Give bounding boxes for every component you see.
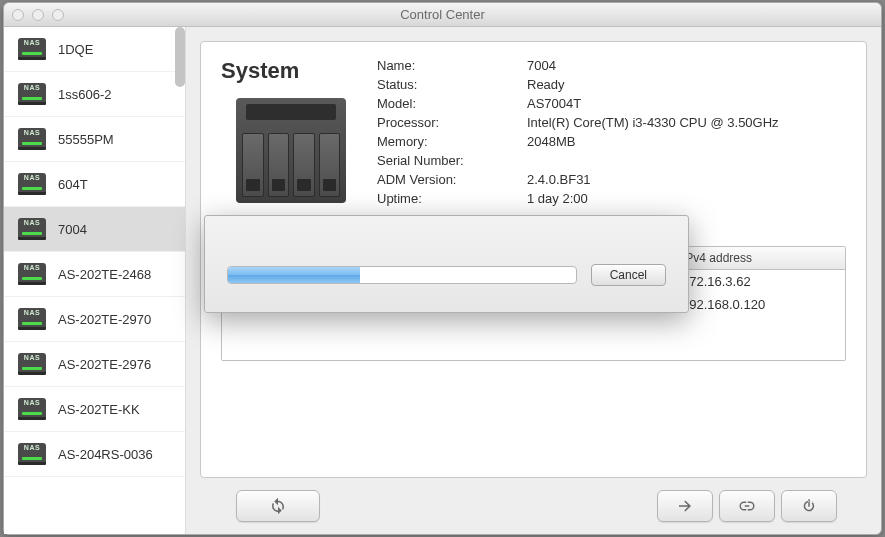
arrow-right-icon (676, 497, 694, 515)
sidebar-item-label: AS-202TE-KK (58, 402, 140, 417)
nas-icon (18, 218, 46, 240)
window-controls (12, 9, 64, 21)
system-heading: System (221, 58, 361, 84)
value-model: AS7004T (527, 96, 846, 111)
label-name: Name: (377, 58, 527, 73)
sidebar-item-label: AS-202TE-2468 (58, 267, 151, 282)
sidebar-item-label: 604T (58, 177, 88, 192)
sidebar-item-as-202te-2970[interactable]: AS-202TE-2970 (4, 297, 185, 342)
cell-ip: 192.168.0.120 (672, 293, 845, 316)
label-adm: ADM Version: (377, 172, 527, 187)
sidebar-item-label: AS-202TE-2970 (58, 312, 151, 327)
sidebar-item-label: AS-202TE-2976 (58, 357, 151, 372)
sidebar-scrollbar[interactable] (175, 27, 185, 87)
app-window: Control Center 1DQE 1ss606-2 55555PM 604… (3, 2, 882, 535)
cancel-button[interactable]: Cancel (591, 264, 666, 286)
sidebar-item-as-202te-2976[interactable]: AS-202TE-2976 (4, 342, 185, 387)
value-memory: 2048MB (527, 134, 846, 149)
sidebar-item-7004[interactable]: 7004 (4, 207, 185, 252)
sidebar-item-as-204rs-0036[interactable]: AS-204RS-0036 (4, 432, 185, 477)
refresh-icon (269, 497, 287, 515)
value-status: Ready (527, 77, 846, 92)
sidebar-item-604t[interactable]: 604T (4, 162, 185, 207)
refresh-button[interactable] (236, 490, 320, 522)
label-serial: Serial Number: (377, 153, 527, 168)
link-icon (738, 497, 756, 515)
sidebar: 1DQE 1ss606-2 55555PM 604T 7004 AS-202TE… (4, 27, 186, 534)
sidebar-item-label: 1DQE (58, 42, 93, 57)
connect-button[interactable] (657, 490, 713, 522)
progress-dialog: Cancel (204, 215, 689, 313)
col-header-ip[interactable]: IPv4 address (672, 247, 845, 269)
footer-toolbar (200, 478, 867, 534)
titlebar: Control Center (4, 3, 881, 27)
sidebar-item-1dqe[interactable]: 1DQE (4, 27, 185, 72)
nas-icon (18, 263, 46, 285)
product-image (221, 92, 361, 203)
sidebar-item-label: 1ss606-2 (58, 87, 111, 102)
nas-icon (18, 353, 46, 375)
label-processor: Processor: (377, 115, 527, 130)
label-memory: Memory: (377, 134, 527, 149)
value-processor: Intel(R) Core(TM) i3-4330 CPU @ 3.50GHz (527, 115, 846, 130)
nas-icon (18, 173, 46, 195)
nas-icon (18, 443, 46, 465)
sidebar-item-1ss606-2[interactable]: 1ss606-2 (4, 72, 185, 117)
zoom-window[interactable] (52, 9, 64, 21)
sidebar-item-as-202te-kk[interactable]: AS-202TE-KK (4, 387, 185, 432)
nas-icon (18, 38, 46, 60)
power-button[interactable] (781, 490, 837, 522)
value-adm: 2.4.0.BF31 (527, 172, 846, 187)
nas-icon (18, 398, 46, 420)
nas-icon (18, 83, 46, 105)
sidebar-item-label: 55555PM (58, 132, 114, 147)
value-uptime: 1 day 2:00 (527, 191, 846, 206)
label-status: Status: (377, 77, 527, 92)
label-uptime: Uptime: (377, 191, 527, 206)
sidebar-item-label: AS-204RS-0036 (58, 447, 153, 462)
label-model: Model: (377, 96, 527, 111)
close-window[interactable] (12, 9, 24, 21)
minimize-window[interactable] (32, 9, 44, 21)
sidebar-item-as-202te-2468[interactable]: AS-202TE-2468 (4, 252, 185, 297)
value-serial (527, 153, 846, 168)
power-icon (800, 497, 818, 515)
window-title: Control Center (4, 7, 881, 22)
progress-fill (228, 267, 360, 283)
nas-icon (18, 308, 46, 330)
sidebar-item-55555pm[interactable]: 55555PM (4, 117, 185, 162)
cell-ip: 172.16.3.62 (672, 270, 845, 293)
sidebar-item-label: 7004 (58, 222, 87, 237)
value-name: 7004 (527, 58, 846, 73)
link-button[interactable] (719, 490, 775, 522)
progress-bar (227, 266, 577, 284)
nas-icon (18, 128, 46, 150)
system-info-grid: Name: 7004 Status: Ready Model: AS7004T … (377, 58, 846, 206)
